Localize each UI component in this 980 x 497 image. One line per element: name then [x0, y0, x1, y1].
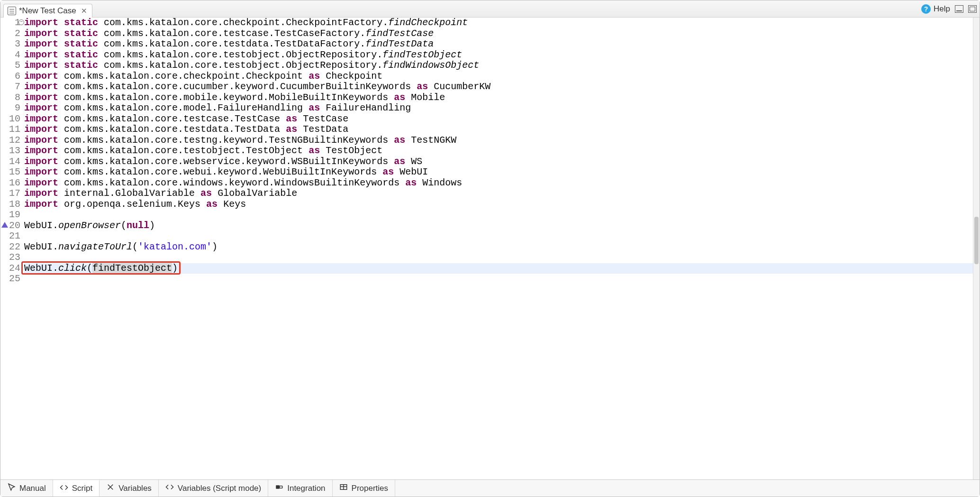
- line-number: 11: [0, 124, 24, 135]
- code-content[interactable]: import static com.kms.katalon.core.testo…: [24, 60, 973, 71]
- code-content[interactable]: import static com.kms.katalon.core.testc…: [24, 28, 973, 39]
- code-content[interactable]: import com.kms.katalon.core.testcase.Tes…: [24, 114, 973, 125]
- line-number: 20: [0, 221, 24, 231]
- code-content[interactable]: import com.kms.katalon.core.testdata.Tes…: [24, 124, 973, 135]
- line-number: 17: [0, 188, 24, 199]
- scrollbar-thumb[interactable]: [974, 217, 979, 264]
- code-content[interactable]: WebUI.click(findTestObject): [24, 263, 973, 274]
- bottom-tab-label: Properties: [352, 484, 388, 493]
- editor-tabs: *New Test Case ✕: [3, 0, 92, 17]
- code-line[interactable]: 11import com.kms.katalon.core.testdata.T…: [0, 124, 973, 135]
- help-icon: ?: [921, 4, 931, 14]
- line-number: 24: [0, 263, 24, 274]
- bottom-tab-variables[interactable]: Variables: [100, 480, 159, 497]
- code-line[interactable]: 10import com.kms.katalon.core.testcase.T…: [0, 114, 973, 125]
- line-number: 15: [0, 167, 24, 178]
- line-number: 9: [0, 103, 24, 114]
- code-content[interactable]: WebUI.openBrowser(null): [24, 221, 973, 231]
- bottom-tab-label: Script: [72, 484, 92, 493]
- line-number: 22: [0, 242, 24, 253]
- editor-area: 1−import static com.kms.katalon.core.che…: [0, 18, 980, 479]
- code-line[interactable]: 15import com.kms.katalon.core.webui.keyw…: [0, 167, 973, 178]
- bottom-tab-varscript[interactable]: Variables (Script mode): [159, 480, 268, 497]
- code-line[interactable]: 14import com.kms.katalon.core.webservice…: [0, 156, 973, 167]
- code-content[interactable]: import com.kms.katalon.core.windows.keyw…: [24, 178, 973, 189]
- code-icon: [165, 483, 174, 494]
- code-line[interactable]: 5import static com.kms.katalon.core.test…: [0, 60, 973, 71]
- code-content[interactable]: import com.kms.katalon.core.webservice.k…: [24, 156, 973, 167]
- line-number: 3: [0, 39, 24, 50]
- code-line[interactable]: 8import com.kms.katalon.core.mobile.keyw…: [0, 92, 973, 103]
- code-line[interactable]: 4import static com.kms.katalon.core.test…: [0, 50, 973, 61]
- code-content[interactable]: import static com.kms.katalon.core.check…: [24, 18, 973, 28]
- line-number: 16: [0, 178, 24, 189]
- line-number: 5: [0, 60, 24, 71]
- code-line[interactable]: 16import com.kms.katalon.core.windows.ke…: [0, 178, 973, 189]
- editor-tab-new-test-case[interactable]: *New Test Case ✕: [3, 4, 92, 18]
- code-editor[interactable]: 1−import static com.kms.katalon.core.che…: [0, 18, 973, 479]
- code-line[interactable]: 19: [0, 210, 973, 221]
- titlebar: *New Test Case ✕ ? Help: [0, 0, 980, 18]
- vertical-scrollbar[interactable]: [973, 18, 980, 479]
- warning-icon: [1, 222, 8, 228]
- plug-icon: [275, 483, 283, 494]
- code-content[interactable]: import static com.kms.katalon.core.testd…: [24, 39, 973, 50]
- code-line[interactable]: 6import com.kms.katalon.core.checkpoint.…: [0, 71, 973, 82]
- bottom-tab-manual[interactable]: Manual: [0, 480, 53, 497]
- code-content[interactable]: WebUI.navigateToUrl('katalon.com'): [24, 242, 973, 253]
- editor-tab-title: *New Test Case: [19, 6, 76, 16]
- code-line[interactable]: 3import static com.kms.katalon.core.test…: [0, 39, 973, 50]
- code-line[interactable]: 20WebUI.openBrowser(null): [0, 221, 973, 231]
- code-line[interactable]: 9import com.kms.katalon.core.model.Failu…: [0, 103, 973, 114]
- x-icon: [106, 483, 115, 494]
- code-content[interactable]: import internal.GlobalVariable as Global…: [24, 188, 973, 199]
- code-line[interactable]: 18import org.openqa.selenium.Keys as Key…: [0, 199, 973, 210]
- code-content[interactable]: import com.kms.katalon.core.cucumber.key…: [24, 82, 973, 92]
- bottom-tab-label: Variables (Script mode): [178, 484, 261, 493]
- bottom-tab-label: Manual: [19, 484, 46, 493]
- code-line[interactable]: 22WebUI.navigateToUrl('katalon.com'): [0, 242, 973, 253]
- code-content[interactable]: import com.kms.katalon.core.testobject.T…: [24, 146, 973, 156]
- code-content[interactable]: import static com.kms.katalon.core.testo…: [24, 50, 973, 61]
- close-icon[interactable]: ✕: [81, 7, 87, 15]
- code-content[interactable]: import org.openqa.selenium.Keys as Keys: [24, 199, 973, 210]
- bottom-tab-label: Integration: [287, 484, 325, 493]
- code-line[interactable]: 23: [0, 252, 973, 263]
- code-line[interactable]: 12import com.kms.katalon.core.testng.key…: [0, 135, 973, 146]
- svg-rect-0: [276, 485, 280, 489]
- code-line[interactable]: 13import com.kms.katalon.core.testobject…: [0, 146, 973, 156]
- code-content[interactable]: import com.kms.katalon.core.checkpoint.C…: [24, 71, 973, 82]
- code-line[interactable]: 1−import static com.kms.katalon.core.che…: [0, 18, 973, 28]
- line-number: 13: [0, 146, 24, 156]
- titlebar-controls: ? Help: [921, 4, 977, 14]
- code-content[interactable]: import com.kms.katalon.core.model.Failur…: [24, 103, 973, 114]
- line-number: 12: [0, 135, 24, 146]
- line-number: 2: [0, 28, 24, 39]
- line-number: 23: [0, 252, 24, 263]
- help-button[interactable]: ? Help: [921, 4, 950, 14]
- bottom-tab-script[interactable]: Script: [53, 480, 100, 497]
- test-case-icon: [8, 7, 16, 15]
- code-content[interactable]: import com.kms.katalon.core.testng.keywo…: [24, 135, 973, 146]
- maximize-button[interactable]: [968, 5, 977, 13]
- svg-rect-1: [280, 486, 282, 488]
- bottom-tab-properties[interactable]: Properties: [333, 480, 395, 497]
- bottom-tab-integration[interactable]: Integration: [268, 480, 332, 497]
- code-line[interactable]: 25: [0, 274, 973, 285]
- code-content[interactable]: import com.kms.katalon.core.webui.keywor…: [24, 167, 973, 178]
- line-number: 14: [0, 156, 24, 167]
- line-number: 1−: [0, 18, 24, 28]
- fold-icon[interactable]: −: [18, 19, 24, 25]
- code-line[interactable]: 7import com.kms.katalon.core.cucumber.ke…: [0, 82, 973, 92]
- line-number: 10: [0, 114, 24, 125]
- line-number: 25: [0, 274, 24, 285]
- cursor-icon: [7, 483, 16, 494]
- bottom-tab-label: Variables: [118, 484, 152, 493]
- code-line[interactable]: 24WebUI.click(findTestObject): [0, 263, 973, 274]
- help-label: Help: [934, 4, 950, 14]
- code-line[interactable]: 21: [0, 231, 973, 242]
- minimize-button[interactable]: [955, 5, 963, 13]
- code-line[interactable]: 2import static com.kms.katalon.core.test…: [0, 28, 973, 39]
- code-line[interactable]: 17import internal.GlobalVariable as Glob…: [0, 188, 973, 199]
- code-content[interactable]: import com.kms.katalon.core.mobile.keywo…: [24, 92, 973, 103]
